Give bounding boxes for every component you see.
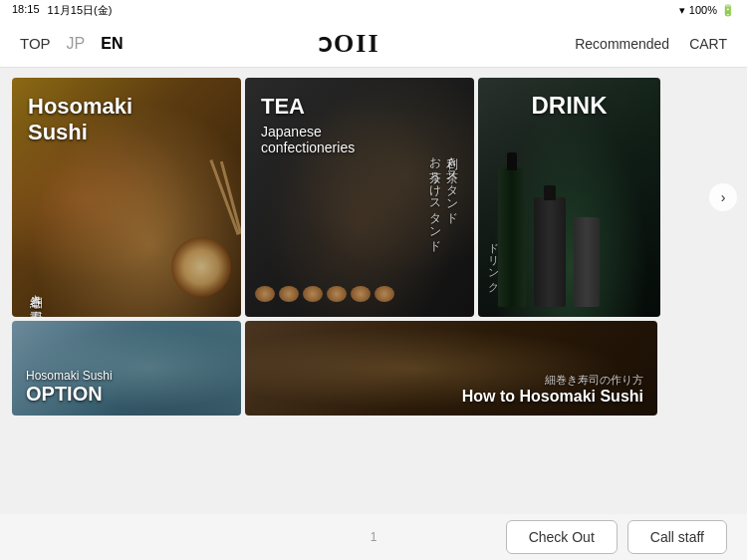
cart-link[interactable]: CART <box>689 36 727 52</box>
recommended-link[interactable]: Recommended <box>575 36 669 52</box>
option-big-text: OPTION <box>26 383 113 406</box>
bottle-3 <box>574 217 600 307</box>
main-content: HosomakiSushi 細巻き寿司 TEA Japaneseconfecti… <box>0 68 747 514</box>
tea-card[interactable]: TEA Japaneseconfectioneries 利き茶スタンドお茶うけス… <box>245 78 474 317</box>
action-buttons: Check Out Call staff <box>506 520 727 554</box>
next-arrow-button[interactable]: › <box>709 183 737 211</box>
lang-en[interactable]: EN <box>101 35 123 53</box>
drink-card[interactable]: DRINK ドリンク <box>478 78 660 317</box>
wifi-icon: ▾ <box>679 4 685 17</box>
howto-jp-text: 細巻き寿司の作り方 <box>462 373 643 388</box>
nav-bar: TOP JP EN ɔOII Recommended CART <box>0 20 747 68</box>
howto-card[interactable]: 細巻き寿司の作り方 How to Hosomaki Sushi <box>245 321 657 416</box>
option-small-text: Hosomaki Sushi <box>26 369 113 383</box>
sweet-2 <box>279 286 299 302</box>
tea-jp-text: 利き茶スタンドお茶うけスタンド <box>426 148 460 246</box>
nav-left: TOP JP EN <box>20 35 123 53</box>
hosomaki-jp-text: 細巻き寿司 <box>28 286 45 301</box>
sweet-6 <box>374 286 394 302</box>
hosomaki-title-main: HosomakiSushi <box>28 94 132 146</box>
status-bar: 18:15 11月15日(金) ▾ 100% 🔋 <box>0 0 747 20</box>
cards-top-row: HosomakiSushi 細巻き寿司 TEA Japaneseconfecti… <box>12 78 735 317</box>
tea-title-main: TEA <box>261 94 355 120</box>
sweet-3 <box>303 286 323 302</box>
sake-bottles-decoration <box>498 167 600 307</box>
nav-logo: ɔOII <box>318 28 379 59</box>
option-card-title: Hosomaki Sushi OPTION <box>26 369 113 406</box>
hosomaki-card[interactable]: HosomakiSushi 細巻き寿司 <box>12 78 241 317</box>
lang-jp[interactable]: JP <box>67 35 86 53</box>
tea-sweets-decoration <box>255 286 394 302</box>
tea-card-title: TEA Japaneseconfectioneries <box>261 94 355 155</box>
bottle-2 <box>534 197 566 307</box>
tea-title-sub: Japaneseconfectioneries <box>261 124 355 155</box>
howto-big-text: How to Hosomaki Sushi <box>462 388 643 406</box>
sweet-5 <box>351 286 371 302</box>
status-time: 18:15 <box>12 3 40 18</box>
chopsticks-decoration <box>209 159 239 235</box>
page-indicator: 1 <box>371 530 377 544</box>
checkout-button[interactable]: Check Out <box>506 520 618 554</box>
nav-right: Recommended CART <box>575 36 727 52</box>
sweet-4 <box>327 286 347 302</box>
option-card[interactable]: Hosomaki Sushi OPTION <box>12 321 241 416</box>
drink-jp-text: ドリンク <box>486 235 501 287</box>
bottom-bar: 1 Check Out Call staff <box>0 514 747 560</box>
howto-card-title: 細巻き寿司の作り方 How to Hosomaki Sushi <box>462 373 643 406</box>
call-staff-button[interactable]: Call staff <box>627 520 727 554</box>
sashimi-decoration <box>122 321 241 416</box>
nav-top-link[interactable]: TOP <box>20 35 51 52</box>
drink-title: DRINK <box>478 92 660 120</box>
bottle-1 <box>498 167 526 307</box>
battery-icon: 🔋 <box>721 4 735 17</box>
status-date: 11月15日(金) <box>48 3 113 18</box>
battery-percent: 100% <box>689 4 717 16</box>
hosomaki-card-title: HosomakiSushi <box>28 94 132 146</box>
cards-bottom-row: Hosomaki Sushi OPTION 細巻き寿司の作り方 How to H… <box>12 321 735 416</box>
sushi-roll-decoration <box>171 237 231 297</box>
sweet-1 <box>255 286 275 302</box>
